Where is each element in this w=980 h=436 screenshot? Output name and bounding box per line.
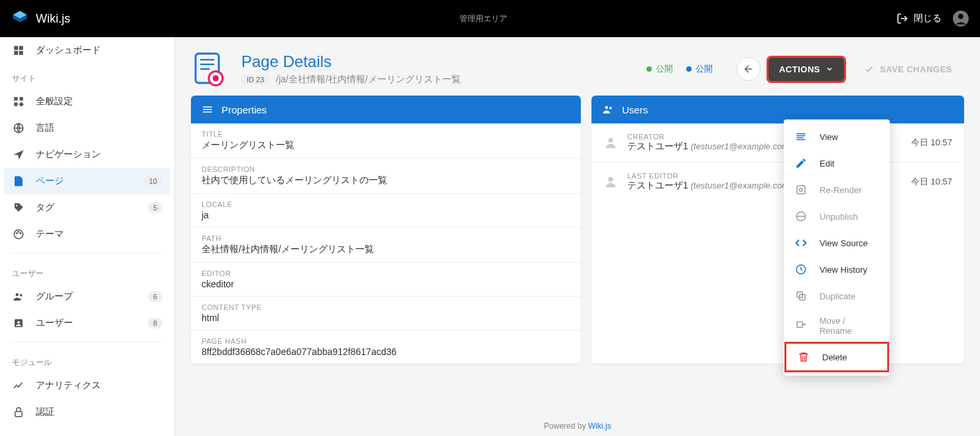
property-value: ja <box>202 210 570 220</box>
property-value: ckeditor <box>202 279 570 289</box>
menu-item-source[interactable]: View Source <box>784 230 890 256</box>
tags-count-badge: 5 <box>148 202 162 213</box>
sidebar-item-pages[interactable]: ページ 10 <box>4 168 170 194</box>
property-row: EDITORckeditor <box>191 263 581 297</box>
pages-count-badge: 10 <box>144 176 162 186</box>
actions-menu: View Edit Re-Render Unpublish View Sourc… <box>784 119 890 376</box>
back-button[interactable] <box>737 57 761 81</box>
menu-item-edit[interactable]: Edit <box>784 150 890 177</box>
page-details-icon <box>191 50 228 88</box>
svg-point-17 <box>20 294 23 297</box>
menu-item-move[interactable]: Move / Rename <box>784 309 890 342</box>
svg-rect-8 <box>14 103 17 106</box>
menu-item-delete[interactable]: Delete <box>786 344 887 370</box>
users-count-badge: 8 <box>148 318 162 328</box>
status-published-green: 公開 <box>646 63 673 75</box>
svg-point-28 <box>609 107 612 109</box>
sidebar-group-users: ユーザー <box>0 259 174 283</box>
property-label: LOCALE <box>202 200 570 208</box>
user-timestamp: 今日 10:57 <box>911 137 952 149</box>
property-row: CONTENT TYPEhtml <box>191 297 581 330</box>
svg-rect-5 <box>19 51 23 55</box>
menu-item-rerender[interactable]: Re-Render <box>784 177 890 203</box>
svg-point-30 <box>608 177 613 182</box>
sidebar-item-tags[interactable]: タグ 5 <box>0 194 174 221</box>
sidebar-item-analytics[interactable]: アナリティクス <box>0 372 174 399</box>
svg-point-13 <box>16 233 17 234</box>
svg-rect-7 <box>20 97 23 100</box>
sidebar-item-theme[interactable]: テーマ <box>0 221 174 248</box>
sidebar-item-users[interactable]: ユーザー 8 <box>0 310 174 336</box>
duplicate-icon <box>794 289 808 303</box>
status-published-blue: 公開 <box>686 63 713 75</box>
save-changes-button[interactable]: SAVE CHANGES <box>852 57 964 81</box>
svg-point-32 <box>800 188 803 192</box>
sidebar-item-auth[interactable]: 認証 <box>0 399 174 425</box>
menu-item-unpublish[interactable]: Unpublish <box>784 203 890 230</box>
svg-point-14 <box>18 232 19 233</box>
svg-point-19 <box>17 321 20 324</box>
groups-icon <box>12 290 25 303</box>
user-timestamp: 今日 10:57 <box>911 176 952 188</box>
code-icon <box>794 236 808 250</box>
list-icon <box>202 104 214 115</box>
property-label: DESCRIPTION <box>202 165 570 173</box>
lock-icon <box>12 405 25 419</box>
svg-rect-4 <box>14 51 18 55</box>
history-icon <box>794 263 808 276</box>
user-row: CREATORテストユーザ1 (testuser1@example.com)今日… <box>591 123 964 163</box>
menu-item-view[interactable]: View <box>784 123 890 150</box>
topbar-center-label: 管理用エリア <box>70 13 896 25</box>
actions-button[interactable]: ACTIONS <box>768 58 844 81</box>
svg-point-11 <box>16 205 17 206</box>
sidebar-item-locale[interactable]: 言語 <box>0 115 174 141</box>
close-button[interactable]: 閉じる <box>896 13 942 25</box>
user-row: LAST EDITORテストユーザ1 (testuser1@example.co… <box>591 163 964 201</box>
svg-rect-20 <box>15 411 23 417</box>
edit-icon <box>794 157 808 170</box>
property-row: PATH全社情報/社内情報/メーリングリスト一覧 <box>191 228 581 263</box>
main-content: Page Details ID 23 /ja/全社情報/社内情報/メーリングリス… <box>175 37 980 436</box>
view-icon <box>794 130 808 143</box>
property-row: DESCRIPTION社内で使用しているメーリングリストの一覧 <box>191 159 581 194</box>
sidebar-item-groups[interactable]: グループ 6 <box>0 283 174 310</box>
sidebar-item-general[interactable]: 全般設定 <box>0 88 174 115</box>
users-header: Users <box>591 96 964 123</box>
property-value: 全社情報/社内情報/メーリングリスト一覧 <box>202 244 570 255</box>
properties-header: Properties <box>191 96 581 123</box>
app-name: Wiki.js <box>36 12 70 26</box>
svg-rect-9 <box>19 102 23 106</box>
globe-icon <box>12 121 25 135</box>
person-icon <box>603 135 618 150</box>
svg-rect-31 <box>797 186 805 194</box>
svg-rect-3 <box>19 46 23 50</box>
unpublish-icon <box>794 210 808 223</box>
user-icon <box>12 317 25 330</box>
sidebar-item-dashboard[interactable]: ダッシュボード <box>0 37 174 64</box>
menu-item-duplicate[interactable]: Duplicate <box>784 283 890 309</box>
menu-item-history[interactable]: View History <box>784 256 890 283</box>
property-value: 8ff2bddf36868c7a0e6a077abba912f8617acd36 <box>202 346 570 357</box>
svg-rect-2 <box>14 46 18 50</box>
svg-rect-6 <box>14 97 17 100</box>
page-icon <box>12 175 25 188</box>
property-label: EDITOR <box>202 269 570 277</box>
sidebar: ダッシュボード サイト 全般設定 言語 ナビゲーション ページ 10 タグ 5 … <box>0 37 175 436</box>
user-email: (testuser1@example.com) <box>691 141 792 151</box>
logo-icon <box>11 9 29 28</box>
page-header: Page Details ID 23 /ja/全社情報/社内情報/メーリングリス… <box>175 37 980 96</box>
property-label: CONTENT TYPE <box>202 303 570 311</box>
svg-point-29 <box>608 138 613 143</box>
palette-icon <box>12 228 25 241</box>
svg-point-1 <box>958 14 963 19</box>
exit-icon <box>896 13 908 25</box>
account-icon[interactable] <box>952 10 969 27</box>
svg-point-16 <box>16 293 19 297</box>
app-logo[interactable]: Wiki.js <box>11 9 70 28</box>
properties-card: Properties TITLEメーリングリスト一覧DESCRIPTION社内で… <box>191 96 581 364</box>
users-icon <box>602 104 614 115</box>
footer-link[interactable]: Wiki.js <box>588 421 611 431</box>
sidebar-item-navigation[interactable]: ナビゲーション <box>0 141 174 168</box>
groups-count-badge: 6 <box>148 291 162 302</box>
delete-icon <box>797 350 810 364</box>
